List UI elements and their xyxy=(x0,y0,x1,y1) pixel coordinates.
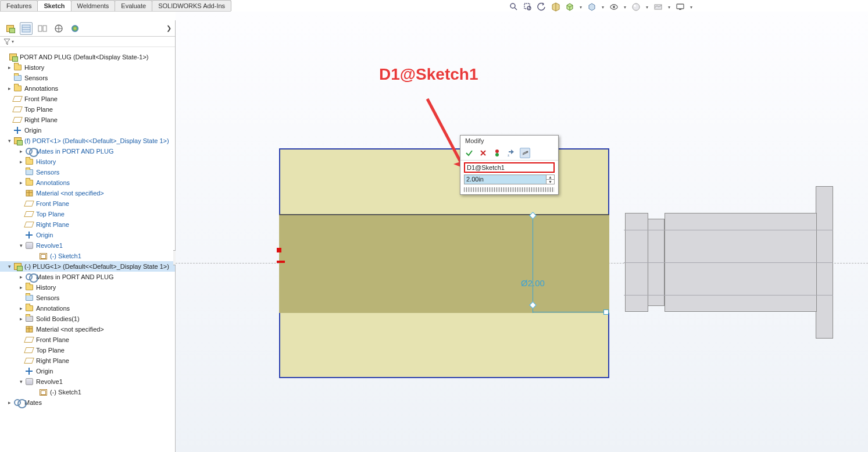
svg-point-5 xyxy=(613,6,615,8)
tree-plug-top[interactable]: Top Plane xyxy=(0,345,175,355)
feature-tree: PORT AND PLUG (Default<Display State-1>)… xyxy=(0,49,175,452)
tree-plug-sketch1[interactable]: (-) Sketch1 xyxy=(0,387,175,397)
zoom-fit-icon[interactable] xyxy=(509,2,519,12)
view-settings-dropdown[interactable]: ▾ xyxy=(689,2,694,12)
tree-root[interactable]: PORT AND PLUG (Default<Display State-1>) xyxy=(0,52,175,62)
tree-port-sensors[interactable]: Sensors xyxy=(0,167,175,177)
tab-weldments[interactable]: Weldments xyxy=(71,0,116,11)
view-orientation-icon[interactable] xyxy=(565,2,575,12)
section-view-icon[interactable] xyxy=(551,2,561,12)
tree-plug-annotations[interactable]: ▸Annotations xyxy=(0,303,175,314)
svg-point-7 xyxy=(634,5,636,7)
svg-rect-10 xyxy=(679,9,681,10)
tree-front-plane[interactable]: Front Plane xyxy=(0,94,175,104)
panel-expand-icon[interactable]: ❯ xyxy=(166,24,172,32)
tree-port-front[interactable]: Front Plane xyxy=(0,198,175,209)
tree-port-history[interactable]: ▸History xyxy=(0,156,175,167)
modify-dimension-name[interactable]: D1@Sketch1 xyxy=(464,162,555,173)
tree-plug-history[interactable]: ▸History xyxy=(0,282,175,293)
modify-cancel-icon[interactable] xyxy=(478,148,488,158)
graphics-area[interactable]: Ø2.00 D1@Sketch1 Modify ± D1@Sketch1 2.0… xyxy=(176,12,868,452)
tree-top-plane[interactable]: Top Plane xyxy=(0,104,175,115)
modify-thumbwheel[interactable] xyxy=(464,187,555,192)
previous-view-icon[interactable] xyxy=(537,2,547,12)
tree-right-plane[interactable]: Right Plane xyxy=(0,115,175,125)
edit-appearance-icon[interactable] xyxy=(631,2,641,12)
appearance-dropdown[interactable]: ▾ xyxy=(645,2,649,12)
feature-manager-panel: ❯ ▾ PORT AND PLUG (Default<Display State… xyxy=(0,20,176,452)
modify-toolbar: ± xyxy=(460,146,558,161)
tree-annotations[interactable]: ▸Annotations xyxy=(0,83,175,94)
tree-plug-origin[interactable]: Origin xyxy=(0,366,175,376)
dimension-value[interactable]: Ø2.00 xyxy=(521,278,545,288)
tree-mates[interactable]: ▸Mates xyxy=(0,397,175,408)
tree-plug-revolve[interactable]: ▾Revolve1 xyxy=(0,376,175,387)
plug-edge xyxy=(624,230,833,230)
tree-filter[interactable]: ▾ xyxy=(0,37,175,47)
tree-plug-sensors[interactable]: Sensors xyxy=(0,293,175,303)
tree-port-annotations[interactable]: ▸Annotations xyxy=(0,177,175,188)
dimxpert-manager-tab[interactable] xyxy=(52,22,65,35)
svg-point-3 xyxy=(527,6,531,10)
modify-spin-icon[interactable] xyxy=(520,148,530,158)
tree-port-sketch1[interactable]: (-) Sketch1 xyxy=(0,251,175,261)
modify-rebuild-icon[interactable] xyxy=(492,148,502,158)
zoom-area-icon[interactable] xyxy=(523,2,533,12)
tree-plug-material[interactable]: Material <not specified> xyxy=(0,324,175,334)
modify-ok-icon[interactable] xyxy=(464,148,474,158)
tree-origin[interactable]: Origin xyxy=(0,125,175,136)
svg-rect-9 xyxy=(677,4,684,9)
tree-port-material[interactable]: Material <not specified> xyxy=(0,188,175,198)
modify-value-row: 2.00in ▲▼ xyxy=(464,175,555,184)
tree-plug-mates[interactable]: ▸Mates in PORT AND PLUG xyxy=(0,272,175,282)
tab-addins[interactable]: SOLIDWORKS Add-Ins xyxy=(152,0,231,11)
view-orient-dropdown[interactable]: ▾ xyxy=(578,2,583,12)
configuration-manager-tab[interactable] xyxy=(36,22,49,35)
tree-plug-right[interactable]: Right Plane xyxy=(0,355,175,366)
tree-port-right[interactable]: Right Plane xyxy=(0,219,175,230)
annotation-callout: D1@Sketch1 xyxy=(379,65,478,84)
plug-edge xyxy=(624,295,833,296)
tree-sensors[interactable]: Sensors xyxy=(0,73,175,83)
modify-reverse-icon[interactable]: ± xyxy=(506,148,516,158)
svg-point-0 xyxy=(510,3,515,8)
tree-port-mates[interactable]: ▸Mates in PORT AND PLUG xyxy=(0,146,175,156)
dimension-handle[interactable] xyxy=(603,309,609,315)
svg-rect-15 xyxy=(43,26,47,31)
scene-dropdown[interactable]: ▾ xyxy=(667,2,671,12)
display-style-dropdown[interactable]: ▾ xyxy=(601,2,605,12)
panel-tab-row: ❯ xyxy=(0,20,175,37)
modify-value-input[interactable]: 2.00in xyxy=(465,175,546,184)
svg-point-29 xyxy=(495,153,499,156)
svg-point-31 xyxy=(527,151,528,153)
command-manager-tabs: Features Sketch Weldments Evaluate SOLID… xyxy=(0,0,231,12)
svg-point-28 xyxy=(495,150,499,153)
tree-plug-front[interactable]: Front Plane xyxy=(0,334,175,345)
hide-show-icon[interactable] xyxy=(609,2,619,12)
feature-manager-tab[interactable] xyxy=(3,22,16,35)
svg-rect-14 xyxy=(38,26,42,31)
tree-port-top[interactable]: Top Plane xyxy=(0,209,175,219)
svg-point-6 xyxy=(633,3,640,10)
property-manager-tab[interactable] xyxy=(20,22,33,35)
apply-scene-icon[interactable] xyxy=(653,2,663,12)
tree-plug-component[interactable]: ▾(-) PLUG<1> (Default<<Default>_Display … xyxy=(0,261,175,272)
modify-spinner[interactable]: ▲▼ xyxy=(546,175,554,184)
svg-line-1 xyxy=(515,8,517,10)
tab-sketch[interactable]: Sketch xyxy=(37,0,71,11)
hide-show-dropdown[interactable]: ▾ xyxy=(623,2,627,12)
tree-port-revolve[interactable]: ▾Revolve1 xyxy=(0,240,175,251)
dimension-witness-line xyxy=(533,214,533,313)
display-manager-tab[interactable] xyxy=(69,22,81,35)
tree-port-component[interactable]: ▾(f) PORT<1> (Default<<Default>_Display … xyxy=(0,136,175,146)
tree-history[interactable]: ▸History xyxy=(0,62,175,73)
tab-features[interactable]: Features xyxy=(0,0,38,11)
display-style-icon[interactable] xyxy=(587,2,597,12)
heads-up-toolbar: ▾ ▾ ▾ ▾ ▾ ▾ xyxy=(509,2,694,12)
tab-evaluate[interactable]: Evaluate xyxy=(115,0,152,11)
tree-port-origin[interactable]: Origin xyxy=(0,230,175,240)
modify-dimension-dialog[interactable]: Modify ± D1@Sketch1 2.00in ▲▼ xyxy=(460,135,559,195)
port-body-inner[interactable] xyxy=(279,214,609,313)
view-settings-icon[interactable] xyxy=(675,2,685,12)
tree-plug-solidbodies[interactable]: ▸Solid Bodies(1) xyxy=(0,314,175,324)
